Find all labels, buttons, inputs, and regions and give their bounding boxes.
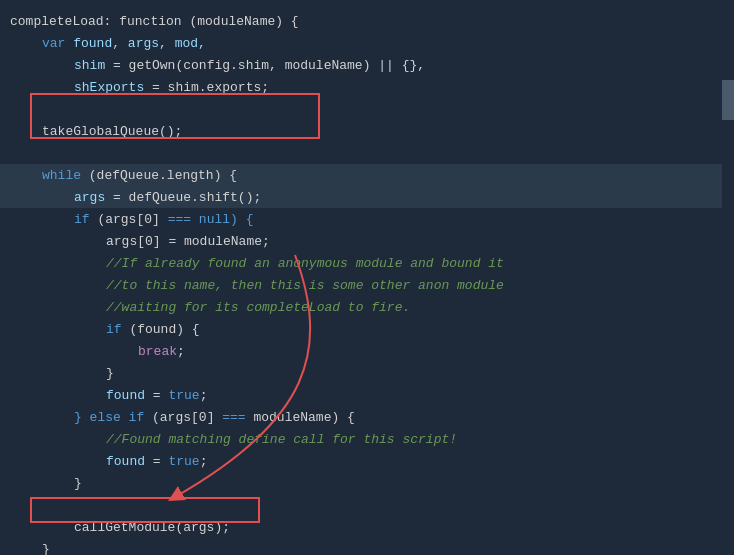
code-token: } <box>74 476 82 491</box>
code-line: args = defQueue.shift(); <box>0 186 734 208</box>
code-token: ; <box>177 344 185 359</box>
code-token: (args[0] <box>90 212 168 227</box>
code-token: true <box>168 388 199 403</box>
code-line: if (found) { <box>0 318 734 340</box>
code-line: found = true; <box>0 384 734 406</box>
code-token: //If already found an anonymous module a… <box>106 256 504 271</box>
code-token: callGetModule(args); <box>74 520 230 535</box>
code-line: takeGlobalQueue(); <box>0 120 734 142</box>
code-token: if <box>74 212 90 227</box>
code-token: ; <box>200 454 208 469</box>
code-line: args[0] = moduleName; <box>0 230 734 252</box>
code-token: if <box>106 322 122 337</box>
code-line: shExports = shim.exports; <box>0 76 734 98</box>
code-line: //to this name, then this is some other … <box>0 274 734 296</box>
code-line: shim = getOwn(config.shim, moduleName) |… <box>0 54 734 76</box>
code-token: found, args, mod, <box>73 36 206 51</box>
code-token: = shim.exports; <box>152 80 269 95</box>
code-token: args <box>74 190 113 205</box>
code-token: } <box>42 542 50 556</box>
code-line: } else if (args[0] === moduleName) { <box>0 406 734 428</box>
code-token: === <box>168 212 191 227</box>
code-token: var <box>42 36 73 51</box>
code-line: callGetModule(args); <box>0 516 734 538</box>
code-line: if (args[0] === null) { <box>0 208 734 230</box>
code-token: null) { <box>191 212 253 227</box>
code-token: //Found matching define call for this sc… <box>106 432 457 447</box>
code-line: } <box>0 472 734 494</box>
code-token: moduleName) { <box>246 410 355 425</box>
code-token: = defQueue.shift(); <box>113 190 261 205</box>
scrollbar-thumb[interactable] <box>722 80 734 120</box>
code-line: completeLoad: function (moduleName) { <box>0 10 734 32</box>
code-lines: completeLoad: function (moduleName) {var… <box>0 0 734 555</box>
code-token: found <box>106 454 153 469</box>
code-line: break; <box>0 340 734 362</box>
code-token: } <box>106 366 114 381</box>
code-token: (args[0] <box>144 410 222 425</box>
code-token: } else if <box>74 410 144 425</box>
code-token: shExports <box>74 80 152 95</box>
code-token: = <box>153 454 169 469</box>
code-token: completeLoad: function (moduleName) { <box>10 14 299 29</box>
code-line: //waiting for its completeLoad to fire. <box>0 296 734 318</box>
code-token: takeGlobalQueue(); <box>42 124 182 139</box>
code-token: break <box>138 344 177 359</box>
code-line: var found, args, mod, <box>0 32 734 54</box>
code-token: true <box>168 454 199 469</box>
code-line: found = true; <box>0 450 734 472</box>
code-line: //If already found an anonymous module a… <box>0 252 734 274</box>
code-token: = getOwn(config.shim, moduleName) || {}, <box>113 58 425 73</box>
code-line: while (defQueue.length) { <box>0 164 734 186</box>
code-line: } <box>0 538 734 555</box>
code-token: === <box>222 410 245 425</box>
code-editor: completeLoad: function (moduleName) {var… <box>0 0 734 555</box>
code-token: //to this name, then this is some other … <box>106 278 504 293</box>
code-token: ; <box>200 388 208 403</box>
code-token: shim <box>74 58 113 73</box>
code-line: //Found matching define call for this sc… <box>0 428 734 450</box>
code-token: (defQueue.length) { <box>81 168 237 183</box>
code-token: (found) { <box>122 322 200 337</box>
code-line <box>0 142 734 164</box>
scrollbar-track <box>722 0 734 555</box>
code-token: //waiting for its completeLoad to fire. <box>106 300 410 315</box>
code-token: = <box>153 388 169 403</box>
code-line: } <box>0 362 734 384</box>
code-token: found <box>106 388 153 403</box>
code-line <box>0 494 734 516</box>
code-line <box>0 98 734 120</box>
code-token: args[0] = moduleName; <box>106 234 270 249</box>
code-token: while <box>42 168 81 183</box>
